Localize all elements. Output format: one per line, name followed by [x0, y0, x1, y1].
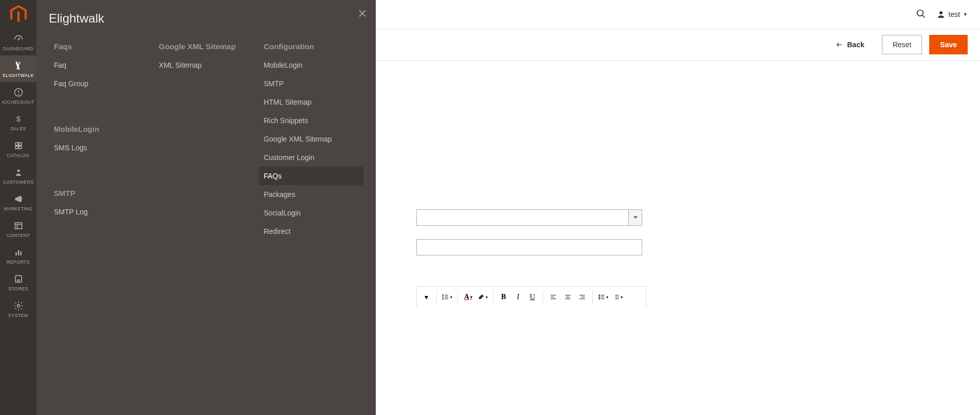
svg-rect-14	[15, 252, 17, 255]
flyout-link-config-packages[interactable]: Packages	[259, 185, 363, 204]
nav-content[interactable]: CONTENT	[0, 215, 36, 242]
nav-label: CONTENT	[7, 233, 30, 238]
svg-text:$: $	[16, 114, 21, 123]
nav-marketing[interactable]: MARKETING	[0, 189, 36, 215]
dropdown-icon[interactable]: ▾	[419, 290, 433, 304]
nav-label: CATALOG	[7, 153, 30, 158]
nav-label: CUSTOMERS	[3, 180, 33, 185]
flyout-link-config-smtp[interactable]: SMTP	[259, 74, 363, 93]
italic-button[interactable]: I	[511, 290, 525, 304]
svg-rect-11	[15, 223, 22, 229]
flyout-link-sms-logs[interactable]: SMS Logs	[49, 139, 153, 157]
text-color-icon[interactable]: A▾	[461, 290, 475, 304]
flyout-link-xml-sitemap[interactable]: XML Sitemap	[153, 56, 258, 74]
svg-point-39	[599, 299, 600, 300]
flyout-link-config-redirect[interactable]: Redirect	[259, 222, 363, 241]
underline-button[interactable]: U	[525, 290, 540, 304]
section-heading-faqs: Faqs	[49, 42, 153, 51]
bold-button[interactable]: B	[496, 290, 511, 304]
svg-point-10	[17, 169, 20, 172]
nav-label: STORES	[8, 286, 28, 291]
nav-dashboard[interactable]: DASHBOARD	[0, 29, 36, 55]
svg-point-37	[599, 295, 600, 296]
line-height-icon[interactable]: ▾	[440, 290, 454, 304]
sales-icon: $	[13, 114, 24, 124]
nav-iocheckout[interactable]: IOCHECKOUT	[0, 82, 36, 109]
text-input[interactable]	[416, 239, 642, 255]
wysiwyg-toolbar: ▾ ▾ A▾ ▾ B I U	[416, 286, 646, 307]
svg-line-21	[922, 15, 925, 17]
nav-label: ELIGHTWALK	[3, 73, 34, 78]
nav-customers[interactable]: CUSTOMERS	[0, 162, 36, 189]
nav-reports[interactable]: REPORTS	[0, 242, 36, 269]
svg-point-20	[917, 10, 923, 16]
svg-point-38	[599, 297, 600, 298]
flyout-link-config-google-xml-sitemap[interactable]: Google XML Sitemap	[259, 130, 363, 148]
chevron-down-icon: ▼	[963, 12, 968, 17]
flyout-link-faq[interactable]: Faq	[49, 56, 153, 74]
search-icon[interactable]	[916, 9, 926, 21]
nav-system[interactable]: SYSTEM	[0, 295, 36, 307]
flyout-link-config-faqs[interactable]: FAQs	[259, 167, 363, 185]
ordered-list-icon[interactable]: ▾	[610, 290, 625, 304]
section-heading-mobilelogin: MobileLogin	[49, 125, 153, 133]
magento-logo[interactable]	[0, 0, 36, 29]
unordered-list-icon[interactable]: ▾	[596, 290, 610, 304]
nav-sales[interactable]: $ SALES	[0, 109, 36, 135]
flyout-link-config-rich-snippets[interactable]: Rich Snippets	[259, 111, 363, 130]
flyout-col-3: Configuration MobileLogin SMTP HTML Site…	[259, 42, 363, 241]
elightwalk-flyout: Elightwalk Faqs Faq Faq Group MobileLogi…	[36, 0, 376, 307]
reset-label: Reset	[893, 41, 912, 49]
nav-elightwalk[interactable]: ELIGHTWALK	[0, 55, 36, 82]
svg-line-1	[18, 38, 20, 39]
svg-point-4	[18, 94, 18, 95]
svg-rect-6	[15, 143, 18, 145]
section-heading-configuration: Configuration	[259, 42, 363, 51]
nav-label: SALES	[10, 126, 26, 131]
highlight-color-icon[interactable]: ▾	[475, 290, 490, 304]
user-icon	[936, 10, 946, 19]
reports-icon	[13, 247, 24, 258]
stores-icon	[13, 274, 24, 284]
section-heading-google-xml-sitemap: Google XML Sitemap	[153, 42, 258, 51]
reset-button[interactable]: Reset	[882, 35, 923, 54]
nav-catalog[interactable]: CATALOG	[0, 135, 36, 162]
flyout-link-faq-group[interactable]: Faq Group	[49, 74, 153, 93]
flyout-link-config-customer-login[interactable]: Customer Login	[259, 148, 363, 167]
back-label: Back	[847, 41, 864, 49]
section-heading-smtp: SMTP	[49, 189, 153, 197]
form-row-text	[416, 239, 968, 255]
form-area: ▾ ▾ A▾ ▾ B I U	[355, 61, 980, 307]
align-left-icon[interactable]	[546, 290, 561, 304]
flyout-link-config-html-sitemap[interactable]: HTML Sitemap	[259, 93, 363, 111]
svg-rect-16	[20, 251, 22, 255]
svg-rect-9	[18, 146, 21, 149]
svg-point-22	[939, 11, 943, 14]
user-label: test	[949, 10, 960, 18]
save-label: Save	[940, 41, 957, 49]
svg-point-17	[17, 305, 20, 307]
select-input[interactable]	[416, 209, 629, 226]
align-center-icon[interactable]	[561, 290, 575, 304]
flyout-link-config-sociallogin[interactable]: SocialLogin	[259, 204, 363, 222]
nav-label: MARKETING	[4, 206, 32, 211]
nav-stores[interactable]: STORES	[0, 269, 36, 295]
user-menu[interactable]: test ▼	[936, 10, 968, 19]
admin-left-nav: DASHBOARD ELIGHTWALK IOCHECKOUT $ SALES …	[0, 0, 36, 307]
flyout-col-2: Google XML Sitemap XML Sitemap	[153, 42, 258, 241]
flyout-link-smtp-log[interactable]: SMTP Log	[49, 203, 153, 221]
catalog-icon	[13, 141, 24, 151]
chevron-down-icon[interactable]	[629, 209, 642, 226]
dashboard-icon	[13, 34, 24, 44]
select-field[interactable]	[416, 209, 642, 226]
content-icon	[13, 221, 24, 231]
flyout-link-config-mobilelogin[interactable]: MobileLogin	[259, 56, 363, 74]
iocheckout-icon	[13, 87, 24, 97]
svg-marker-24	[633, 216, 638, 219]
back-button[interactable]: Back	[825, 35, 874, 54]
close-icon[interactable]	[358, 9, 367, 20]
marketing-icon	[13, 194, 24, 204]
align-right-icon[interactable]	[575, 290, 589, 304]
system-icon	[13, 301, 24, 307]
save-button[interactable]: Save	[929, 35, 968, 54]
